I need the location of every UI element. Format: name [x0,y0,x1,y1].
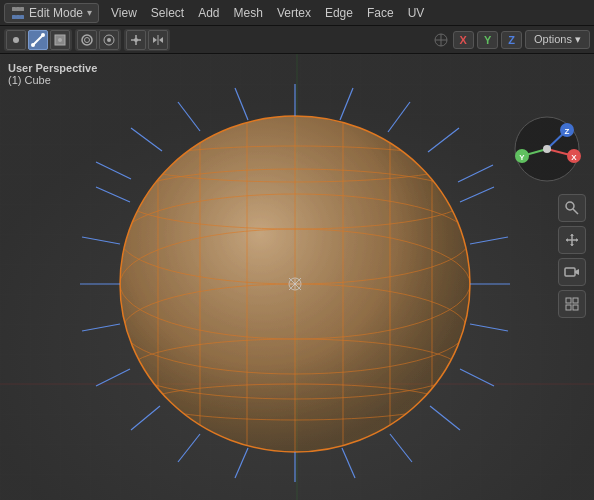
grid-tool-btn[interactable] [558,290,586,318]
camera-tool-btn[interactable] [558,258,586,286]
svg-rect-4 [16,15,20,19]
svg-line-7 [33,35,43,45]
axis-x-btn[interactable]: X [453,31,474,49]
svg-line-50 [458,165,493,182]
svg-line-62 [342,448,355,478]
svg-line-46 [96,162,131,179]
select-mode-group [4,29,72,51]
svg-line-45 [131,128,162,151]
svg-line-47 [340,88,353,120]
mode-selector[interactable]: Edit Mode ▾ [4,3,99,23]
top-menubar: Edit Mode ▾ View Select Add Mesh Vertex … [0,0,594,26]
svg-rect-90 [573,305,578,310]
transform-orientation: X Y Z [432,31,522,49]
axis-y-btn[interactable]: Y [477,31,498,49]
xray-btn[interactable] [77,30,97,50]
svg-text:Z: Z [565,127,570,136]
svg-line-51 [82,237,120,244]
sidebar-tools [558,194,586,318]
face-select-btn[interactable] [50,30,70,50]
svg-rect-86 [565,268,575,276]
mesh-tools-group [124,29,170,51]
svg-line-53 [82,324,120,331]
svg-point-6 [13,37,19,43]
svg-rect-87 [566,298,571,303]
svg-line-43 [235,88,248,120]
mode-label: Edit Mode [29,6,83,20]
svg-point-15 [107,38,111,42]
svg-point-8 [31,43,35,47]
svg-line-54 [470,237,508,244]
header-toolbar: X Y Z Options ▾ [0,26,594,54]
svg-point-12 [82,35,92,45]
vert-select-btn[interactable] [6,30,26,50]
menu-face[interactable]: Face [361,4,400,22]
svg-rect-0 [12,7,16,11]
svg-rect-89 [566,305,571,310]
svg-line-64 [430,406,460,430]
svg-point-11 [58,38,62,42]
mirror-btn[interactable] [148,30,168,50]
svg-point-83 [543,145,551,153]
svg-line-58 [131,406,160,430]
svg-point-9 [41,33,45,37]
svg-rect-2 [20,7,24,11]
transform-icon [432,31,450,49]
svg-point-16 [134,38,138,42]
options-btn[interactable]: Options ▾ [525,30,590,49]
pivot-cursor [289,278,301,290]
viewport[interactable]: User Perspective (1) Cube Z X Y [0,54,594,500]
menu-select[interactable]: Select [145,4,190,22]
svg-line-57 [96,369,130,386]
snap-btn[interactable] [126,30,146,50]
menu-edge[interactable]: Edge [319,4,359,22]
svg-line-44 [178,102,200,131]
edge-select-btn[interactable] [28,30,48,50]
menu-vertex[interactable]: Vertex [271,4,317,22]
svg-text:X: X [571,153,577,162]
pan-tool-btn[interactable] [558,226,586,254]
mode-dropdown-arrow: ▾ [87,7,92,18]
svg-rect-5 [20,15,24,19]
menu-view[interactable]: View [105,4,143,22]
svg-line-65 [460,369,494,386]
menu-uv[interactable]: UV [402,4,431,22]
svg-line-66 [96,187,130,202]
navigation-gizmo[interactable]: Z X Y [512,114,582,184]
menu-add[interactable]: Add [192,4,225,22]
menu-mesh[interactable]: Mesh [228,4,269,22]
svg-rect-88 [573,298,578,303]
svg-line-67 [460,187,494,202]
overlay-group [75,29,121,51]
svg-line-48 [388,102,410,132]
svg-line-49 [428,128,459,152]
svg-line-85 [573,209,578,214]
svg-line-63 [390,434,412,462]
magnify-tool-btn[interactable] [558,194,586,222]
svg-point-84 [566,202,574,210]
svg-line-59 [178,434,200,462]
svg-line-60 [235,448,248,478]
sphere-mesh [0,54,594,500]
svg-rect-1 [16,7,20,11]
svg-rect-3 [12,15,16,19]
proportional-edit-btn[interactable] [99,30,119,50]
axis-z-btn[interactable]: Z [501,31,522,49]
svg-text:Y: Y [519,153,525,162]
edit-mode-icon [11,6,25,20]
svg-point-13 [85,37,90,42]
svg-line-56 [470,324,508,331]
